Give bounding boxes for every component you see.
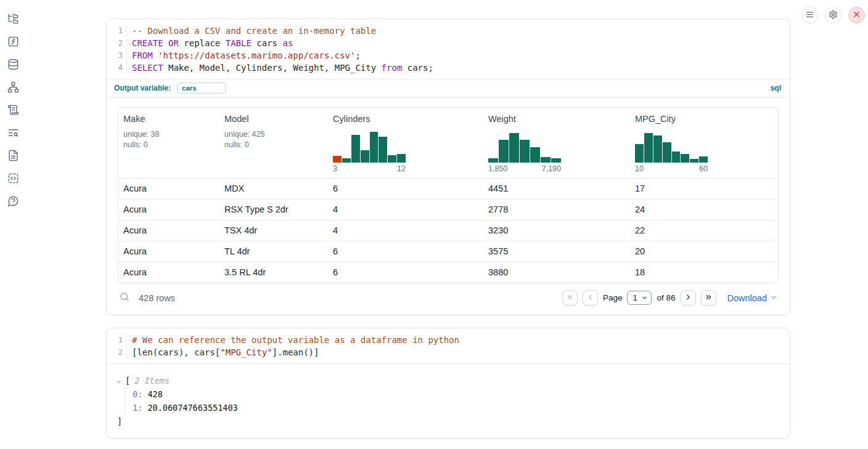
code-line: 2 [len(cars), cars["MPG_City"].mean()] — [107, 346, 790, 358]
histogram-bar — [530, 147, 540, 163]
function-square-icon — [7, 36, 19, 49]
hist-min-label: 3 — [333, 164, 337, 173]
output-variable-input[interactable] — [177, 83, 226, 94]
bracket-open: [ — [125, 374, 130, 387]
collapse-chevron-icon[interactable]: ⌄ — [117, 374, 125, 387]
snippets-button[interactable] — [7, 173, 19, 185]
download-button[interactable]: Download — [727, 293, 778, 303]
page-number-select[interactable]: 1 — [627, 291, 652, 305]
language-badge[interactable]: sql — [771, 84, 781, 92]
page-label: Page — [603, 293, 623, 302]
shutdown-button[interactable] — [848, 7, 865, 23]
table-row: AcuraMDX6445117 — [118, 178, 778, 199]
tree-entry: 1: 20.060747663551403 — [133, 401, 779, 415]
help-button[interactable] — [7, 196, 19, 208]
histogram-bar — [488, 158, 498, 163]
tree-root: ⌄ [ 2 Items — [117, 374, 779, 387]
pagination: Page 1 of 86 Download — [562, 290, 777, 305]
histogram-bar — [699, 156, 708, 163]
line-number: 2 — [107, 346, 127, 358]
column-stats: unique: 38nulls: 0 — [123, 129, 215, 150]
close-icon — [852, 10, 861, 21]
column-header-cylinders[interactable]: Cylinders 312 — [328, 108, 483, 178]
last-page-button[interactable] — [701, 290, 716, 305]
histogram-bar — [644, 133, 653, 163]
column-header-mpg-city[interactable]: MPG_City 1060 — [630, 108, 778, 178]
dependency-graph-button[interactable] — [7, 82, 19, 94]
column-header-model[interactable]: Model unique: 425nulls: 0 — [219, 108, 328, 178]
histogram-bar — [333, 156, 342, 163]
code-snippet-icon — [7, 172, 19, 186]
column-header-weight[interactable]: Weight 1,8507,190 — [483, 108, 630, 178]
tree-children: 0: 428 1: 20.060747663551403 — [125, 387, 779, 415]
page-total-label: of 86 — [657, 293, 675, 302]
output-variable-label: Output variable: — [114, 84, 171, 92]
tree-entry: 0: 428 — [133, 387, 779, 401]
chevron-down-icon — [641, 294, 648, 301]
documentation-button[interactable] — [7, 150, 19, 163]
chevron-left-icon — [586, 293, 594, 303]
sql-cell-output: Make unique: 38nulls: 0 Model unique: 42… — [107, 97, 790, 315]
table-row: AcuraTSX 4dr4323022 — [118, 220, 778, 241]
code-line: 3 FROM 'https://datasets.marimo.app/cars… — [107, 49, 790, 62]
chevron-down-icon — [770, 293, 777, 303]
histogram-bar — [551, 158, 561, 163]
table-row: Acura3.5 RL 4dr6388018 — [118, 262, 778, 283]
logs-button[interactable] — [7, 127, 19, 140]
table-body: AcuraMDX6445117 AcuraRSX Type S 2dr42778… — [118, 178, 778, 283]
weight-histogram: 1,8507,190 — [488, 132, 561, 173]
code-line: 1 -- Download a CSV and create an in-mem… — [107, 25, 790, 37]
list-search-icon — [7, 127, 19, 140]
table-footer: 428 rows Page 1 of 86 Download — [118, 290, 779, 305]
line-number: 2⌄ — [107, 37, 127, 49]
gear-icon — [829, 10, 838, 21]
chevron-right-icon — [684, 293, 692, 303]
scroll-text-icon — [7, 104, 19, 118]
next-page-button[interactable] — [681, 290, 696, 305]
python-string: "MPG_City" — [220, 347, 272, 357]
scratchpad-button[interactable] — [7, 105, 19, 117]
hamburger-menu-icon — [805, 10, 814, 21]
cylinders-histogram: 312 — [333, 132, 406, 173]
column-header-make[interactable]: Make unique: 38nulls: 0 — [118, 108, 219, 178]
python-cell: 1 # We can reference the output variable… — [106, 328, 790, 439]
histogram-bar — [635, 144, 644, 163]
histogram-bar — [361, 150, 369, 163]
previous-page-button[interactable] — [583, 290, 598, 305]
histogram-bar — [397, 154, 406, 163]
settings-button[interactable] — [825, 7, 841, 23]
sql-code-editor[interactable]: 1 -- Download a CSV and create an in-mem… — [107, 19, 790, 79]
sql-string: 'https://datasets.marimo.app/cars.csv' — [158, 51, 355, 60]
line-number: 4 — [107, 62, 127, 74]
menu-button[interactable] — [801, 7, 818, 23]
python-code-editor[interactable]: 1 # We can reference the output variable… — [107, 328, 790, 363]
line-number: 1 — [107, 25, 127, 37]
python-cell-output: ⌄ [ 2 Items 0: 428 1: 20.060747663551403… — [107, 363, 790, 438]
fold-chevron-icon[interactable]: ⌄ — [129, 38, 132, 50]
search-icon[interactable] — [119, 291, 130, 305]
histogram-bar — [509, 133, 519, 163]
histogram-bar — [520, 140, 530, 163]
output-variable-row: Output variable: sql — [107, 79, 790, 97]
items-count-label: 2 Items — [134, 374, 170, 387]
notebook-actions — [801, 7, 865, 23]
histogram-bar — [663, 142, 671, 163]
chevrons-left-icon — [566, 293, 574, 303]
help-bubble-icon — [7, 195, 19, 209]
histogram-bar — [653, 136, 662, 163]
histogram-bar — [672, 152, 681, 163]
notebook: 1 -- Download a CSV and create an in-mem… — [106, 18, 790, 439]
hist-min-label: 10 — [635, 164, 644, 173]
variables-button[interactable] — [7, 36, 19, 49]
first-page-button[interactable] — [562, 290, 578, 305]
datasources-button[interactable] — [7, 59, 19, 71]
histogram-bar — [342, 158, 351, 163]
histogram-bar — [499, 140, 509, 163]
database-icon — [7, 59, 19, 72]
file-explorer-button[interactable] — [7, 14, 19, 26]
python-comment: # We can reference the output variable a… — [132, 335, 459, 345]
hist-min-label: 1,850 — [488, 164, 507, 173]
network-icon — [7, 81, 19, 95]
code-line: 2⌄ CREATE OR replace TABLE cars as — [107, 37, 790, 49]
table-row: AcuraTL 4dr6357520 — [118, 241, 778, 262]
